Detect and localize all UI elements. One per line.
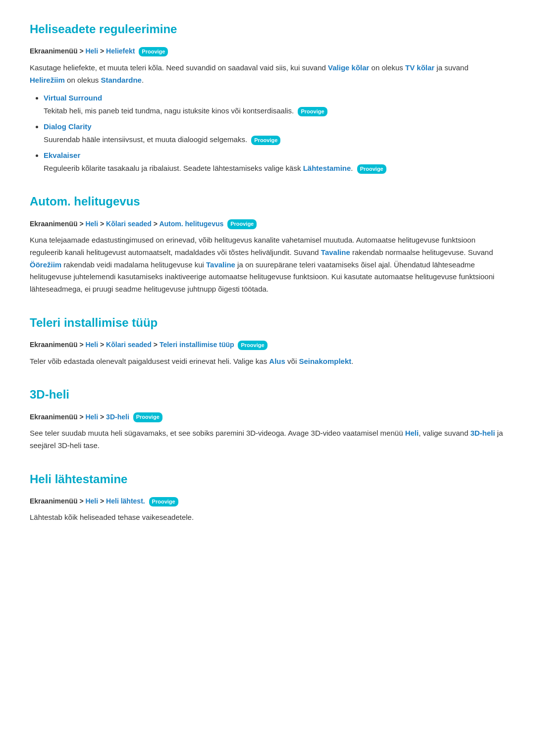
link-lahtestamine[interactable]: Lähtestamine [303,164,351,172]
breadcrumb-heliseadete: Ekraanimenüü > Heli > Heliefekt Proovige [30,46,505,56]
bullet-title-dialog-clarity: Dialog Clarity [44,122,92,131]
breadcrumb-prefix: Ekraanimenüü [30,220,77,228]
breadcrumb-arrow: > [100,413,106,421]
section-heliseadete: Heliseadete reguleerimine Ekraanimenüü >… [30,20,505,174]
breadcrumb-link-teleri-installimise-tuup[interactable]: Teleri installimise tüüp [160,341,234,349]
link-valige-kolar[interactable]: Valige kõlar [328,63,369,72]
breadcrumb-arrow: > [100,497,106,505]
breadcrumb-link-heli-lahtest[interactable]: Heli lähtest. [106,497,145,505]
breadcrumb-teleri-installimise-tuup: Ekraanimenüü > Heli > Kõlari seaded > Te… [30,339,505,350]
list-item-dialog-clarity: Dialog Clarity Suurendab hääle intensiiv… [44,121,505,146]
breadcrumb-link-3d-heli[interactable]: 3D-heli [106,413,129,421]
list-item-virtual-surround: Virtual Surround Tekitab heli, mis paneb… [44,92,505,117]
section-title-teleri-installimise-tuup: Teleri installimise tüüp [30,313,505,334]
list-item-ekvalaiser: Ekvalaiser Reguleerib kõlarite tasakaalu… [44,150,505,174]
breadcrumb-link-heli[interactable]: Heli [85,47,98,55]
breadcrumb-arrow: > [79,497,85,505]
bullet-desc-ekvalaiser: Reguleerib kõlarite tasakaalu ja ribalai… [44,162,505,174]
breadcrumb-arrow: > [79,341,85,349]
section-title-heli-lahtestamine: Heli lähtestamine [30,470,505,491]
breadcrumb-3d-heli: Ekraanimenüü > Heli > 3D-heli Proovige [30,411,505,422]
link-helireziim[interactable]: Helirežiim [30,76,65,84]
proovige-badge: Proovige [298,107,327,117]
breadcrumb-arrow: > [100,47,106,55]
autom-helitugevus-body: Kuna telejaamade edastustingimused on er… [30,234,505,296]
breadcrumb-link-heli[interactable]: Heli [85,220,98,228]
breadcrumb-arrow: > [100,341,106,349]
heli-lahtestamine-body: Lähtestab kõik heliseaded tehase vaikese… [30,511,505,524]
breadcrumb-link-heli[interactable]: Heli [85,413,98,421]
breadcrumb-arrow: > [79,220,85,228]
breadcrumb-autom-helitugevus: Ekraanimenüü > Heli > Kõlari seaded > Au… [30,218,505,229]
heliseadete-intro: Kasutage heliefekte, et muuta teleri kõl… [30,62,505,87]
3d-heli-body: See teler suudab muuta heli sügavamaks, … [30,427,505,452]
teleri-installimise-tuup-body: Teler võib edastada olenevalt paigalduse… [30,355,505,368]
breadcrumb-arrow: > [79,47,85,55]
breadcrumb-arrow: > [79,413,85,421]
breadcrumb-link-heli[interactable]: Heli [85,497,98,505]
section-autom-helitugevus: Autom. helitugevus Ekraanimenüü > Heli >… [30,192,505,296]
link-tv-kolar[interactable]: TV kõlar [405,63,434,72]
link-ooreziim[interactable]: Öörežiim [30,260,61,269]
section-heli-lahtestamine: Heli lähtestamine Ekraanimenüü > Heli > … [30,470,505,524]
bullet-desc-virtual-surround: Tekitab heli, mis paneb teid tundma, nag… [44,105,505,117]
breadcrumb-heli-lahtestamine: Ekraanimenüü > Heli > Heli lähtest. Proo… [30,496,505,506]
proovige-badge: Proovige [227,219,257,229]
section-title-3d-heli: 3D-heli [30,385,505,406]
proovige-badge: Proovige [251,136,280,146]
breadcrumb-arrow: > [100,220,106,228]
proovige-badge: Proovige [133,412,162,422]
breadcrumb-link-kolare-seaded[interactable]: Kõlari seaded [106,220,152,228]
breadcrumb-prefix: Ekraanimenüü [30,47,77,55]
link-standardne[interactable]: Standardne [101,76,142,84]
breadcrumb-arrow: > [154,220,160,228]
breadcrumb-prefix: Ekraanimenüü [30,497,77,505]
breadcrumb-link-heli[interactable]: Heli [85,341,98,349]
proovige-badge: Proovige [139,47,168,57]
breadcrumb-arrow: > [154,341,160,349]
proovige-badge: Proovige [357,164,386,174]
proovige-badge: Proovige [149,497,178,507]
link-seinakomplekt[interactable]: Seinakomplekt [299,357,351,365]
breadcrumb-link-kolare-seaded[interactable]: Kõlari seaded [106,341,152,349]
breadcrumb-link-heliefekt[interactable]: Heliefekt [106,47,135,55]
bullet-title-virtual-surround: Virtual Surround [44,94,102,102]
bullet-desc-dialog-clarity: Suurendab hääle intensiivsust, et muuta … [44,134,505,146]
section-title-autom-helitugevus: Autom. helitugevus [30,192,505,213]
proovige-badge: Proovige [238,341,267,351]
section-3d-heli: 3D-heli Ekraanimenüü > Heli > 3D-heli Pr… [30,385,505,452]
link-3d-heli[interactable]: 3D-heli [470,429,495,437]
section-teleri-installimise-tuup: Teleri installimise tüüp Ekraanimenüü > … [30,313,505,368]
breadcrumb-prefix: Ekraanimenüü [30,413,77,421]
bullet-title-ekvalaiser: Ekvalaiser [44,151,80,159]
section-title-heliseadete: Heliseadete reguleerimine [30,20,505,41]
link-heli[interactable]: Heli [405,429,419,437]
breadcrumb-link-autom-helitugevus[interactable]: Autom. helitugevus [159,220,223,228]
link-tavaline[interactable]: Tavaline [321,248,350,256]
heliseadete-bullets: Virtual Surround Tekitab heli, mis paneb… [44,92,505,174]
breadcrumb-prefix: Ekraanimenüü [30,341,77,349]
link-alus[interactable]: Alus [269,357,285,365]
link-tavaline-2[interactable]: Tavaline [206,260,235,269]
